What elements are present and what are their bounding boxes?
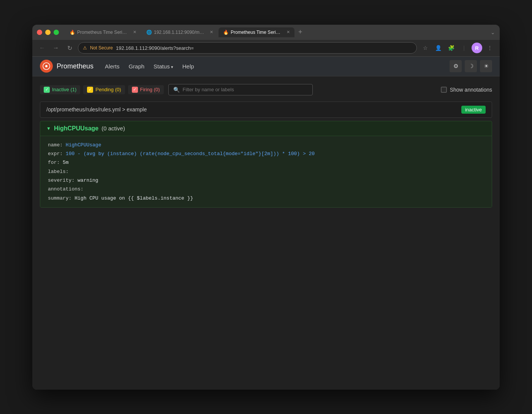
nav-link-status[interactable]: Status <box>150 61 177 72</box>
prometheus-brand-text: Prometheus <box>57 62 93 70</box>
detail-expr-key: expr: <box>48 151 63 157</box>
new-tab-button[interactable]: + <box>295 28 306 36</box>
prometheus-logo: Prometheus <box>40 60 93 73</box>
search-icon: 🔍 <box>173 87 180 93</box>
detail-labels-row: labels: <box>48 167 484 176</box>
firing-label: Firing (0) <box>140 87 160 92</box>
extensions-icon[interactable]: 🧩 <box>446 43 456 53</box>
tab3-title: Prometheus Time Series Coll... <box>231 30 283 35</box>
status-badge: inactive <box>461 106 486 114</box>
browser-window: 🔥 Prometheus Time Series Coll... ✕ 🌐 192… <box>32 25 500 390</box>
prometheus-nav-links: Alerts Graph Status Help <box>101 61 198 72</box>
nav-link-alerts[interactable]: Alerts <box>101 61 123 72</box>
forward-button[interactable]: → <box>51 43 61 53</box>
detail-summary-row: summary: High CPU usage on {{ $labels.in… <box>48 194 484 203</box>
show-annotations-checkbox[interactable] <box>441 87 447 93</box>
nav-link-graph[interactable]: Graph <box>125 61 148 72</box>
alert-group-count: (0 active) <box>101 125 125 132</box>
nav-actions: ☆ 👤 🧩 | R ⋮ <box>420 43 495 53</box>
alert-group-header[interactable]: ▼ HighCPUUsage (0 active) <box>40 121 492 136</box>
filter-firing-button[interactable]: ✓ Firing (0) <box>128 85 164 94</box>
light-mode-button[interactable]: ☀ <box>480 60 492 72</box>
profile-icon[interactable]: 👤 <box>433 43 443 53</box>
detail-name-key: name: <box>48 142 63 148</box>
inactive-label: Inactive (1) <box>52 87 76 92</box>
nav-link-help[interactable]: Help <box>179 61 198 72</box>
prometheus-svg-icon <box>43 62 50 70</box>
detail-expr-value: 100 - (avg by (instance) (rate(node_cpu_… <box>66 151 315 157</box>
tab2-favicon: 🌐 <box>146 30 152 35</box>
detail-annotations-key: annotations: <box>48 186 84 192</box>
divider: | <box>459 43 469 53</box>
rule-file-row: /opt/prometheus/rules/rules.yml > exampl… <box>40 102 492 118</box>
address-url-text: 192.168.1.112:9090/alerts?search= <box>116 45 194 51</box>
back-button[interactable]: ← <box>37 43 48 53</box>
search-box[interactable]: 🔍 <box>168 84 313 95</box>
reload-button[interactable]: ↻ <box>64 43 75 53</box>
tab2-close-icon[interactable]: ✕ <box>210 30 213 35</box>
bookmark-icon[interactable]: ☆ <box>420 43 431 53</box>
filter-inactive-button[interactable]: ✓ Inactive (1) <box>40 85 80 94</box>
chevron-down-icon: ▼ <box>46 126 51 131</box>
detail-annotations-row: annotations: <box>48 185 484 194</box>
detail-for-key: for: <box>48 160 60 165</box>
detail-name-row: name: HighCPUUsage <box>48 141 484 149</box>
detail-labels-key: labels: <box>48 169 69 174</box>
security-warning-text: Not Secure <box>90 45 113 51</box>
settings-button[interactable]: ⚙ <box>450 60 462 72</box>
alert-group-name: HighCPUUsage <box>54 125 98 132</box>
address-bar[interactable]: ⚠ Not Secure 192.168.1.112:9090/alerts?s… <box>78 42 417 54</box>
dark-mode-button[interactable]: ☽ <box>465 60 477 72</box>
maximize-button[interactable] <box>54 30 59 35</box>
tab1-favicon: 🔥 <box>70 30 75 35</box>
tab3-close-icon[interactable]: ✕ <box>287 30 290 35</box>
nav-bar: ← → ↻ ⚠ Not Secure 192.168.1.112:9090/al… <box>32 40 500 57</box>
detail-expr-row: expr: 100 - (avg by (instance) (rate(nod… <box>48 149 484 158</box>
tab1-title: Prometheus Time Series Coll... <box>77 30 129 35</box>
detail-summary-value: High CPU usage on {{ $labels.instance }} <box>74 195 193 201</box>
prometheus-logo-icon <box>40 60 53 73</box>
alert-detail: name: HighCPUUsage expr: 100 - (avg by (… <box>40 136 492 208</box>
browser-tab-1[interactable]: 🔥 Prometheus Time Series Coll... ✕ <box>65 27 141 37</box>
traffic-lights <box>37 30 59 35</box>
filter-bar: ✓ Inactive (1) ✓ Pending (0) ✓ Firing (0… <box>40 84 492 95</box>
close-button[interactable] <box>37 30 42 35</box>
title-bar: 🔥 Prometheus Time Series Coll... ✕ 🌐 192… <box>32 25 500 40</box>
search-input[interactable] <box>183 87 308 92</box>
pending-label: Pending (0) <box>95 87 121 92</box>
browser-tab-3[interactable]: 🔥 Prometheus Time Series Coll... ✕ <box>218 27 294 37</box>
inactive-check-icon: ✓ <box>44 87 50 93</box>
app-content: Prometheus Alerts Graph Status Help ⚙ ☽ … <box>32 57 500 390</box>
alerts-page: ✓ Inactive (1) ✓ Pending (0) ✓ Firing (0… <box>32 76 500 390</box>
browser-tab-2[interactable]: 🌐 192.168.1.112:9090/metrics ✕ <box>142 27 218 37</box>
detail-for-row: for: 5m <box>48 158 484 167</box>
show-annotations-label: Show annotations <box>450 87 492 93</box>
tabs-more-icon[interactable]: ⌄ <box>491 29 495 35</box>
prometheus-navbar: Prometheus Alerts Graph Status Help ⚙ ☽ … <box>32 57 500 76</box>
pending-check-icon: ✓ <box>87 87 93 93</box>
security-warning-icon: ⚠ <box>83 45 87 51</box>
rule-file-path: /opt/prometheus/rules/rules.yml > exampl… <box>46 106 147 113</box>
tab1-close-icon[interactable]: ✕ <box>133 30 136 35</box>
detail-severity-row: severity: warning <box>48 176 484 185</box>
detail-severity-value: warning <box>78 178 98 183</box>
detail-summary-key: summary: <box>48 195 71 201</box>
detail-name-value: HighCPUUsage <box>66 142 101 148</box>
tab2-title: 192.168.1.112:9090/metrics <box>154 30 206 35</box>
svg-point-1 <box>45 65 48 67</box>
firing-check-icon: ✓ <box>132 87 138 93</box>
tab3-favicon: 🔥 <box>223 30 228 35</box>
detail-for-value: 5m <box>63 160 69 165</box>
show-annotations-control: Show annotations <box>441 87 492 93</box>
tabs-bar: 🔥 Prometheus Time Series Coll... ✕ 🌐 192… <box>65 27 495 37</box>
minimize-button[interactable] <box>45 30 51 35</box>
prometheus-nav-right: ⚙ ☽ ☀ <box>450 60 492 72</box>
user-avatar[interactable]: R <box>472 43 482 53</box>
alert-group: ▼ HighCPUUsage (0 active) name: HighCPUU… <box>40 121 492 208</box>
filter-badges: ✓ Inactive (1) ✓ Pending (0) ✓ Firing (0… <box>40 85 164 94</box>
detail-severity-key: severity: <box>48 178 74 183</box>
filter-pending-button[interactable]: ✓ Pending (0) <box>83 85 125 94</box>
menu-icon[interactable]: ⋮ <box>484 43 495 53</box>
